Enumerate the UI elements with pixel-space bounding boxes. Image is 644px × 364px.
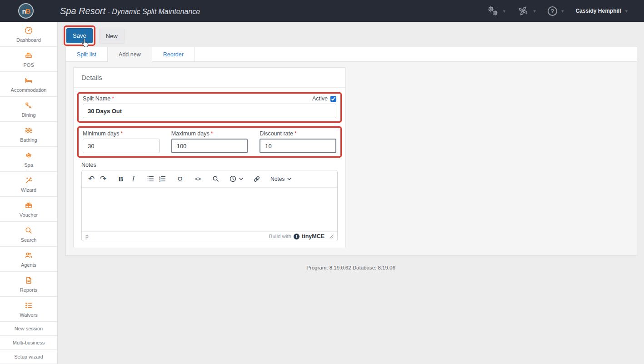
minimum-days-input[interactable] <box>83 139 160 153</box>
tinymce-logo-icon: t <box>294 234 300 239</box>
chevron-down-icon: ▾ <box>561 9 564 14</box>
search-replace-button[interactable] <box>210 173 221 185</box>
discount-rate-input-neighbor[interactable] <box>171 139 248 153</box>
new-button[interactable]: New <box>99 29 125 44</box>
split-name-highlight-annotation: Split Name* Active <box>77 92 342 123</box>
details-card-title: Details <box>74 68 345 88</box>
insert-datetime-button[interactable] <box>227 173 245 185</box>
branding-link[interactable]: tinyMCE <box>302 233 324 239</box>
document-icon <box>24 275 33 285</box>
undo-button[interactable]: ↶ <box>85 173 97 185</box>
resize-grip[interactable] <box>329 234 334 239</box>
notes-label: Notes <box>81 162 338 168</box>
page-title: Spa Resort - Dynamic Split Maintenance <box>60 6 200 16</box>
discount-rate-label-text: Discount rate <box>260 130 293 137</box>
required-asterisk: * <box>211 130 213 137</box>
maximum-days-label: Maximum days* <box>171 130 248 137</box>
sidebar-item-label: Wizard <box>21 187 36 193</box>
pinwheel-icon <box>517 5 529 17</box>
split-name-label: Split Name* <box>83 95 114 102</box>
maximum-days-field: Maximum days* <box>171 130 248 153</box>
active-checkbox[interactable] <box>330 96 336 102</box>
sidebar-item-wizard[interactable]: Wizard <box>0 172 57 197</box>
sidebar-item-accommodation[interactable]: Accommodation <box>0 72 57 97</box>
user-name: Cassidy Hemphill <box>575 8 621 14</box>
sidebar-item-label: Dashboard <box>16 37 41 43</box>
sidebar-item-spa[interactable]: Spa <box>0 147 57 172</box>
numbered-list-button[interactable]: 123 <box>156 173 168 185</box>
notes-menu-button[interactable]: Notes <box>269 173 293 185</box>
notes-menu-label: Notes <box>270 176 285 182</box>
sidebar-item-agents[interactable]: Agents <box>0 247 57 272</box>
lotus-icon <box>24 150 33 160</box>
main-content: Save New Split list Add new Reorder Deta… <box>58 22 644 364</box>
sidebar-item-label: Multi-business <box>13 340 45 345</box>
sidebar-item-search[interactable]: Search <box>0 222 57 247</box>
sidebar-item-label: Bathing <box>20 137 37 143</box>
sidebar-item-pos[interactable]: POS <box>0 47 57 72</box>
integrations-menu[interactable]: ▾ <box>517 5 536 17</box>
minimum-days-label: Minimum days* <box>83 130 160 137</box>
special-character-button[interactable]: Ω <box>174 173 186 185</box>
element-path: p <box>85 233 89 239</box>
required-asterisk: * <box>295 130 297 137</box>
discount-rate-label: Discount rate* <box>260 130 336 137</box>
tab-split-list[interactable]: Split list <box>66 47 108 61</box>
help-menu[interactable]: ? ▾ <box>548 6 564 16</box>
italic-button[interactable]: I <box>127 173 139 185</box>
gears-icon <box>486 5 499 17</box>
bed-icon <box>24 75 33 85</box>
sidebar-item-label: Setup wizard <box>14 354 43 359</box>
code-sample-button[interactable]: <> <box>192 173 204 185</box>
sidebar-item-reports[interactable]: Reports <box>0 272 57 297</box>
sidebar-item-label: Dining <box>21 112 35 118</box>
sidebar-item-dining[interactable]: Dining <box>0 97 57 122</box>
bullet-list-button[interactable] <box>145 173 156 185</box>
people-icon <box>24 250 33 260</box>
active-field: Active <box>312 95 336 102</box>
svg-text:3: 3 <box>159 180 160 182</box>
split-name-input[interactable] <box>83 104 336 118</box>
maximum-days-label-text: Maximum days <box>171 130 210 137</box>
settings-menu[interactable]: ▾ <box>486 5 506 17</box>
cash-register-icon <box>24 50 33 60</box>
user-menu[interactable]: Cassidy Hemphill ▾ <box>575 8 628 14</box>
checklist-icon <box>24 300 33 310</box>
sidebar-item-label: New session <box>15 326 43 331</box>
minimum-days-label-text: Minimum days <box>83 130 120 137</box>
save-button[interactable]: Save <box>66 28 93 43</box>
bold-button[interactable]: B <box>115 173 127 185</box>
magnifier-icon <box>24 225 33 235</box>
app-window: nB Spa Resort - Dynamic Split Maintenanc… <box>0 0 644 364</box>
discount-rate-input[interactable] <box>260 139 336 153</box>
link-button[interactable] <box>251 173 263 185</box>
sidebar-item-setup-wizard[interactable]: Setup wizard <box>0 350 57 364</box>
sidebar-item-dashboard[interactable]: Dashboard <box>0 22 57 47</box>
sidebar-item-label: Spa <box>24 162 33 168</box>
tab-reorder[interactable]: Reorder <box>152 47 195 61</box>
minimum-days-field: Minimum days* <box>83 130 160 153</box>
sidebar-item-voucher[interactable]: Voucher <box>0 197 57 222</box>
redo-button[interactable]: ↷ <box>97 173 109 185</box>
days-fields-highlight-annotation: Minimum days* Maximum days* <box>77 126 342 158</box>
tab-add-new[interactable]: Add new <box>108 47 152 63</box>
sidebar-item-multi-business[interactable]: Multi-business <box>0 336 57 350</box>
help-icon: ? <box>548 6 557 16</box>
sidebar-item-bathing[interactable]: Bathing <box>0 122 57 147</box>
app-logo: nB <box>18 3 34 19</box>
required-asterisk: * <box>121 130 123 137</box>
sidebar-item-waivers[interactable]: Waivers <box>0 297 57 322</box>
chevron-down-icon: ▾ <box>503 9 506 14</box>
title-separator: - <box>105 8 112 15</box>
editor-content-area[interactable] <box>82 188 337 231</box>
save-highlight-annotation: Save <box>64 25 95 46</box>
sidebar-item-label: POS <box>23 62 34 68</box>
branding-prefix: Build with <box>269 234 291 239</box>
gift-icon <box>24 200 33 210</box>
active-label: Active <box>312 95 328 102</box>
sidebar-item-new-session[interactable]: New session <box>0 322 57 336</box>
screen-name: Dynamic Split Maintenance <box>112 8 200 15</box>
sidebar-item-label: Waivers <box>20 312 37 318</box>
sidebar-item-label: Search <box>21 237 37 243</box>
header-controls: ▾ ▾ ? ▾ <box>486 5 628 17</box>
